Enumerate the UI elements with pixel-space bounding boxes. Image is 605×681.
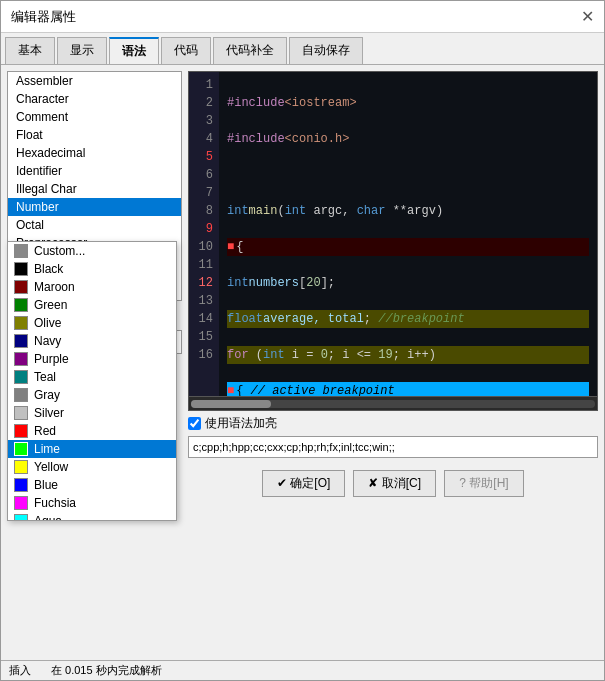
color-label-teal: Teal (34, 370, 56, 384)
code-line-8: for (int i = 0; i <= 19; i++) (227, 346, 589, 364)
code-line-7: float average, total; //breakpoint (227, 310, 589, 328)
code-editor: 1234 5 678 9 1011 12 13141516 #include <… (188, 71, 598, 411)
syntax-item-assembler[interactable]: Assembler (8, 72, 181, 90)
code-line-4: int main(int argc, char **argv) (227, 202, 589, 220)
color-label-red: Red (34, 424, 56, 438)
color-item-black[interactable]: Black (8, 260, 176, 278)
color-label-blue: Blue (34, 478, 58, 492)
color-swatch-silver (14, 406, 28, 420)
extensions-input[interactable] (188, 436, 598, 458)
color-item-blue[interactable]: Blue (8, 476, 176, 494)
color-swatch-aqua (14, 514, 28, 521)
cancel-button[interactable]: ✘ 取消[C] (353, 470, 436, 497)
color-swatch-teal (14, 370, 28, 384)
color-label-gray: Gray (34, 388, 60, 402)
code-line-2: #include <conio.h> (227, 130, 589, 148)
right-panel: 1234 5 678 9 1011 12 13141516 #include <… (188, 71, 598, 654)
syntax-highlight-row: 使用语法加亮 (188, 415, 598, 432)
color-swatch-fuchsia (14, 496, 28, 510)
syntax-item-octal[interactable]: Octal (8, 216, 181, 234)
code-content: #include <iostream> #include <conio.h> i… (219, 72, 597, 396)
color-label-fuchsia: Fuchsia (34, 496, 76, 510)
syntax-item-number[interactable]: Number (8, 198, 181, 216)
color-item-aqua[interactable]: Aqua (8, 512, 176, 521)
tab-bar: 基本 显示 语法 代码 代码补全 自动保存 (1, 33, 604, 65)
main-content: Assembler Character Comment Float Hexade… (1, 65, 604, 660)
scrollbar-track (191, 400, 595, 408)
color-item-silver[interactable]: Silver (8, 404, 176, 422)
color-label-navy: Navy (34, 334, 61, 348)
color-dropdown-list[interactable]: Custom... Black Maroon Green Olive (7, 241, 177, 521)
color-swatch-custom (14, 244, 28, 258)
syntax-item-illegal-char[interactable]: Illegal Char (8, 180, 181, 198)
color-item-teal[interactable]: Teal (8, 368, 176, 386)
color-item-custom[interactable]: Custom... (8, 242, 176, 260)
syntax-item-character[interactable]: Character (8, 90, 181, 108)
title-bar: 编辑器属性 ✕ (1, 1, 604, 33)
color-item-olive[interactable]: Olive (8, 314, 176, 332)
tab-completion[interactable]: 代码补全 (213, 37, 287, 64)
color-item-gray[interactable]: Gray (8, 386, 176, 404)
ok-button[interactable]: ✔ 确定[O] (262, 470, 345, 497)
color-item-green[interactable]: Green (8, 296, 176, 314)
color-label-black: Black (34, 262, 63, 276)
close-button[interactable]: ✕ (581, 9, 594, 25)
color-label-lime: Lime (34, 442, 60, 456)
code-line-9: ■{ // active breakpoint (227, 382, 589, 396)
syntax-item-comment[interactable]: Comment (8, 108, 181, 126)
tab-syntax[interactable]: 语法 (109, 37, 159, 64)
color-label-yellow: Yellow (34, 460, 68, 474)
color-label-aqua: Aqua (34, 514, 62, 521)
main-window: 编辑器属性 ✕ 基本 显示 语法 代码 代码补全 自动保存 Assembler … (0, 0, 605, 681)
color-item-purple[interactable]: Purple (8, 350, 176, 368)
code-scroll-area[interactable]: 1234 5 678 9 1011 12 13141516 #include <… (189, 72, 597, 396)
color-swatch-blue (14, 478, 28, 492)
color-swatch-red (14, 424, 28, 438)
color-swatch-black (14, 262, 28, 276)
color-swatch-yellow (14, 460, 28, 474)
status-bar: 插入 在 0.015 秒内完成解析 (1, 660, 604, 680)
code-line-3 (227, 166, 589, 184)
bottom-buttons: ✔ 确定[O] ✘ 取消[C] ? 帮助[H] (188, 462, 598, 505)
syntax-highlight-label: 使用语法加亮 (205, 415, 277, 432)
horizontal-scrollbar[interactable] (189, 396, 597, 410)
parse-time-status: 在 0.015 秒内完成解析 (51, 663, 162, 678)
scrollbar-thumb[interactable] (191, 400, 271, 408)
code-line-5: ■{ (227, 238, 589, 256)
code-line-6: int numbers[20]; (227, 274, 589, 292)
syntax-item-float[interactable]: Float (8, 126, 181, 144)
code-line-1: #include <iostream> (227, 94, 589, 112)
syntax-highlight-checkbox[interactable] (188, 417, 201, 430)
color-item-navy[interactable]: Navy (8, 332, 176, 350)
line-numbers: 1234 5 678 9 1011 12 13141516 (189, 72, 219, 396)
color-item-fuchsia[interactable]: Fuchsia (8, 494, 176, 512)
color-label-silver: Silver (34, 406, 64, 420)
tab-display[interactable]: 显示 (57, 37, 107, 64)
color-item-red[interactable]: Red (8, 422, 176, 440)
syntax-item-hexadecimal[interactable]: Hexadecimal (8, 144, 181, 162)
color-item-maroon[interactable]: Maroon (8, 278, 176, 296)
color-swatch-lime (14, 442, 28, 456)
color-swatch-olive (14, 316, 28, 330)
color-swatch-maroon (14, 280, 28, 294)
color-swatch-navy (14, 334, 28, 348)
help-button[interactable]: ? 帮助[H] (444, 470, 524, 497)
color-item-lime[interactable]: Lime (8, 440, 176, 458)
tab-basic[interactable]: 基本 (5, 37, 55, 64)
color-label-custom: Custom... (34, 244, 85, 258)
color-swatch-green (14, 298, 28, 312)
syntax-item-identifier[interactable]: Identifier (8, 162, 181, 180)
color-label-olive: Olive (34, 316, 61, 330)
color-label-purple: Purple (34, 352, 69, 366)
color-item-yellow[interactable]: Yellow (8, 458, 176, 476)
tab-autosave[interactable]: 自动保存 (289, 37, 363, 64)
left-panel: Assembler Character Comment Float Hexade… (7, 71, 182, 654)
color-label-maroon: Maroon (34, 280, 75, 294)
window-title: 编辑器属性 (11, 8, 76, 26)
color-swatch-purple (14, 352, 28, 366)
tab-code[interactable]: 代码 (161, 37, 211, 64)
color-swatch-gray (14, 388, 28, 402)
color-label-green: Green (34, 298, 67, 312)
insert-status: 插入 (9, 663, 31, 678)
